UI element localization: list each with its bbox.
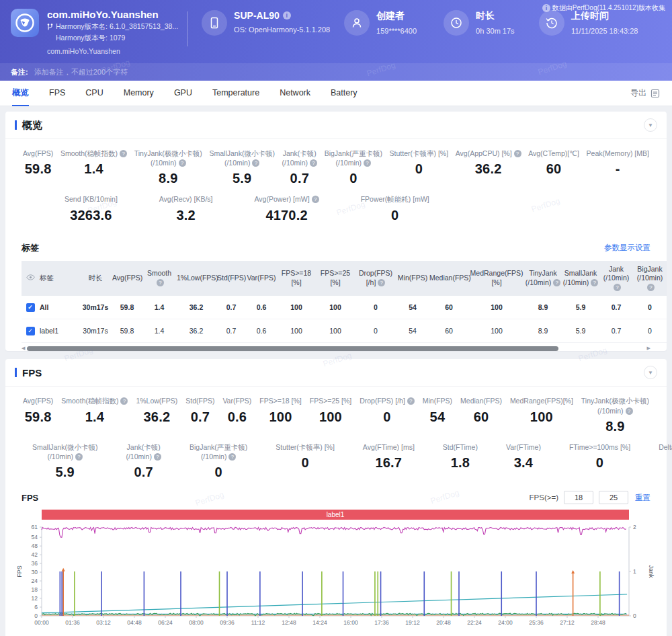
row-checkbox[interactable]: ✓ bbox=[26, 303, 35, 312]
metric: Avg(AppCPU) [%]?36.2 bbox=[456, 149, 521, 186]
tab-CPU[interactable]: CPU bbox=[85, 81, 103, 106]
reset-link[interactable]: 重置 bbox=[635, 493, 650, 503]
tab-Memory[interactable]: Memory bbox=[124, 81, 154, 106]
creator-value: 159****6400 bbox=[376, 27, 417, 35]
fps-threshold-controls: FPS(>=) 重置 bbox=[530, 491, 650, 504]
metric-label: Min(FPS) bbox=[423, 396, 452, 405]
tab-Temperature[interactable]: Temperature bbox=[212, 81, 259, 106]
metric-label: Avg(FPS) bbox=[23, 149, 53, 158]
device-group: SUP-AL90 i OS: OpenHarmony-5.1.1.208 bbox=[202, 10, 344, 36]
value-cell: 36.2 bbox=[176, 296, 216, 319]
value-cell: 0 bbox=[355, 296, 396, 319]
help-icon[interactable]: ? bbox=[154, 453, 161, 461]
device-icon bbox=[202, 10, 227, 36]
metric: FPower(帧能耗) [mW]0 bbox=[361, 194, 429, 223]
axis-tick-label: 11:12 bbox=[251, 619, 265, 626]
metric-label: Std(FTime) bbox=[443, 442, 478, 452]
help-icon[interactable]: ? bbox=[364, 159, 371, 167]
help-icon[interactable]: ? bbox=[75, 453, 83, 461]
app-version-code: Harmony版本号: 1079 bbox=[47, 34, 178, 43]
metric-value: 0 bbox=[569, 455, 630, 471]
metric-value: 16.7 bbox=[363, 455, 415, 471]
clock-icon bbox=[444, 10, 469, 36]
help-icon[interactable]: ? bbox=[514, 150, 521, 157]
metric: MedRange(FPS)[%]100 bbox=[510, 396, 573, 434]
help-icon[interactable]: ? bbox=[157, 279, 164, 286]
metric-value: 3263.6 bbox=[65, 208, 118, 223]
fps-chart[interactable]: 06121824303642485461012FPSJank00:0001:36… bbox=[13, 522, 657, 636]
fps-threshold-input-2[interactable] bbox=[599, 491, 628, 504]
column-header: Smooth? bbox=[142, 261, 176, 296]
help-icon[interactable]: ? bbox=[553, 279, 560, 286]
help-icon[interactable]: ? bbox=[378, 279, 385, 286]
metric: Std(FPS)0.7 bbox=[185, 396, 214, 434]
scroll-thumb[interactable] bbox=[27, 346, 558, 351]
tab-Battery[interactable]: Battery bbox=[331, 81, 358, 106]
metric-label: Stutter(卡顿率) [%] bbox=[276, 442, 335, 452]
help-icon[interactable]: ? bbox=[407, 397, 415, 405]
tab-FPS[interactable]: FPS bbox=[49, 81, 65, 106]
device-info-icon[interactable]: i bbox=[283, 11, 291, 19]
value-cell: 0.7 bbox=[216, 319, 246, 343]
row-checkbox[interactable]: ✓ bbox=[26, 327, 35, 335]
label-banner: label1 bbox=[42, 510, 629, 520]
remark-placeholder[interactable]: 添加备注，不超过200个字符 bbox=[34, 68, 128, 76]
duration-label: 时长 bbox=[476, 10, 514, 22]
collapse-button[interactable]: ▼ bbox=[644, 366, 657, 379]
remark-bar[interactable]: 备注: 添加备注，不超过200个字符 bbox=[0, 63, 672, 81]
axis-tick-label: 42 bbox=[32, 551, 38, 558]
metric-label: BigJank(严重卡顿)(/10min)? bbox=[190, 442, 247, 461]
fps-title: FPS bbox=[22, 367, 42, 379]
metric-value: 3.4 bbox=[506, 455, 541, 471]
tab-Network[interactable]: Network bbox=[280, 81, 310, 106]
metric-value: 1.8 bbox=[443, 455, 478, 471]
tab-GPU[interactable]: GPU bbox=[174, 81, 192, 106]
axis-tick-label: 48 bbox=[32, 543, 38, 549]
export-button[interactable]: 导出 bbox=[630, 87, 660, 99]
help-icon[interactable]: ? bbox=[591, 279, 598, 286]
device-os: OS: OpenHarmony-5.1.1.208 bbox=[234, 26, 330, 34]
metric: Min(FPS)54 bbox=[423, 396, 452, 434]
export-icon bbox=[650, 89, 660, 98]
metric: FPS>=18 [%]100 bbox=[259, 396, 301, 434]
metric-label: 1%Low(FPS) bbox=[136, 396, 177, 405]
eye-icon[interactable] bbox=[26, 273, 35, 282]
scroll-left-arrow[interactable]: ◀ bbox=[22, 346, 25, 351]
metric-label: Smooth(稳帧指数)? bbox=[60, 149, 127, 158]
value-cell: 30m17s bbox=[79, 319, 112, 343]
help-icon[interactable]: ? bbox=[120, 397, 128, 405]
metric-value: 100 bbox=[310, 409, 351, 425]
value-cell: 0 bbox=[633, 319, 667, 343]
help-icon[interactable]: ? bbox=[614, 284, 621, 291]
scroll-track[interactable] bbox=[27, 346, 644, 351]
help-icon[interactable]: ? bbox=[252, 159, 259, 167]
param-display-settings-link[interactable]: 参数显示设置 bbox=[604, 243, 650, 253]
value-cell: 1.4 bbox=[142, 296, 176, 319]
value-cell: 59.8 bbox=[112, 296, 142, 319]
metric-value: 3.2 bbox=[159, 208, 213, 223]
metric-value: 8.9 bbox=[581, 419, 649, 434]
fps-section-header: FPS ▼ bbox=[5, 359, 667, 387]
column-header: 时长 bbox=[79, 261, 112, 296]
axis-tick-label: 04:48 bbox=[127, 619, 142, 626]
metric: Avg(FTime) [ms]16.7 bbox=[363, 442, 415, 480]
help-icon[interactable]: ? bbox=[310, 159, 317, 167]
help-icon[interactable]: ? bbox=[626, 407, 633, 415]
tab-概览[interactable]: 概览 bbox=[12, 81, 29, 106]
help-icon[interactable]: ? bbox=[647, 284, 655, 291]
collapse-button[interactable]: ▼ bbox=[644, 118, 657, 132]
help-icon[interactable]: ? bbox=[228, 453, 236, 461]
export-label: 导出 bbox=[630, 87, 646, 99]
fps-threshold-input-1[interactable] bbox=[564, 491, 593, 504]
app-info: com.miHoYo.Yuanshen Harmony版本名: 6.1.0_38… bbox=[47, 9, 178, 55]
column-header: FPS>=18 [%] bbox=[277, 261, 316, 296]
scroll-right-arrow[interactable]: ▶ bbox=[647, 346, 650, 351]
axis-tick-label: 19:12 bbox=[405, 619, 420, 626]
value-cell: 5.9 bbox=[562, 296, 599, 319]
axis-tick-label: 30 bbox=[32, 569, 38, 575]
value-cell: 100 bbox=[316, 319, 355, 343]
help-icon[interactable]: ? bbox=[179, 159, 186, 167]
help-icon[interactable]: ? bbox=[120, 150, 127, 157]
value-cell: 0 bbox=[355, 319, 396, 343]
help-icon[interactable]: ? bbox=[312, 196, 319, 203]
